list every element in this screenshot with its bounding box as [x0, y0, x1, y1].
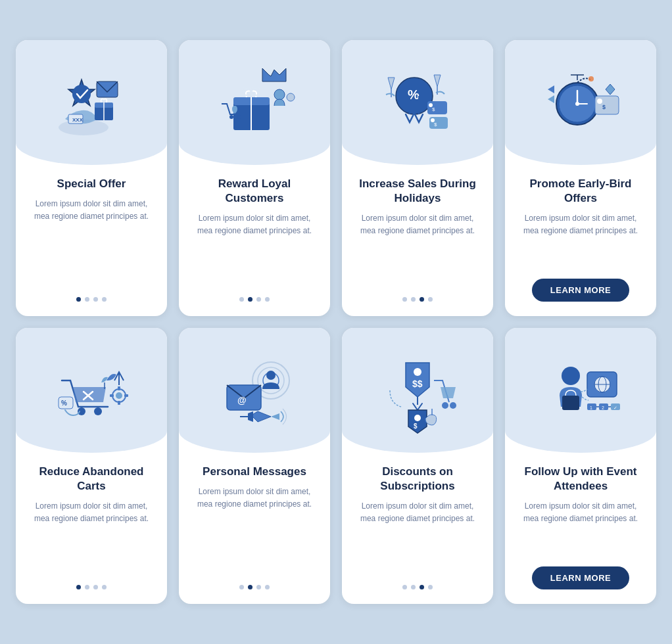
- dot-2: [85, 585, 89, 589]
- card-grid: XXX Special Offer Lorem ipsum dolor sit …: [16, 40, 656, 604]
- dots-abandoned-carts: [76, 585, 107, 589]
- svg-point-69: [442, 402, 448, 409]
- dot-3: [93, 585, 98, 589]
- svg-point-2: [72, 85, 91, 103]
- card-title-special-offer: Special Offer: [47, 177, 137, 191]
- svg-point-70: [450, 402, 456, 409]
- learn-more-button-follow-up[interactable]: LEARN MORE: [532, 566, 629, 589]
- card-body-early-bird: Lorem ipsum dolor sit dim amet, mea regi…: [505, 212, 656, 268]
- illustration-abandoned-carts: %: [16, 328, 167, 453]
- illustration-reward-loyal: [179, 40, 330, 165]
- dot-4: [102, 585, 107, 589]
- card-abandoned-carts: % Reduce Abandoned Carts Lorem ipsum dol…: [16, 328, 167, 604]
- svg-text:$: $: [432, 106, 435, 112]
- svg-marker-14: [262, 68, 286, 81]
- dots-increase-sales: [402, 297, 433, 302]
- dot-3: [420, 297, 424, 302]
- svg-rect-23: [427, 101, 447, 114]
- svg-text:%: %: [61, 400, 67, 407]
- svg-rect-3: [97, 81, 118, 97]
- dot-2: [248, 297, 252, 302]
- card-discounts-subscriptions: $$ $ Discounts on Subscriptions: [342, 328, 493, 604]
- dot-2: [411, 297, 416, 302]
- dot-1: [76, 585, 81, 589]
- card-title-increase-sales: Increase Sales During Holidays: [342, 177, 493, 206]
- svg-rect-39: [595, 96, 619, 114]
- svg-point-36: [588, 76, 594, 81]
- card-body-abandoned-carts: Lorem ipsum dolor sit dim amet, mea regi…: [16, 500, 167, 574]
- dots-discounts-subscriptions: [402, 585, 433, 589]
- dots-reward-loyal: [239, 297, 270, 302]
- svg-point-16: [287, 93, 295, 101]
- svg-rect-73: [562, 396, 579, 410]
- dots-special-offer: [76, 297, 107, 302]
- svg-point-64: [414, 368, 421, 376]
- dot-3: [256, 585, 261, 589]
- svg-text:2: 2: [602, 405, 604, 410]
- svg-text:$: $: [602, 104, 606, 110]
- dot-4: [428, 585, 433, 589]
- illustration-follow-up: 1 2 ✓: [505, 328, 656, 453]
- learn-more-button-early-bird[interactable]: LEARN MORE: [532, 279, 629, 302]
- card-body-increase-sales: Lorem ipsum dolor sit dim amet, mea regi…: [342, 212, 493, 287]
- card-increase-sales: % $ $: [342, 40, 493, 316]
- svg-point-40: [597, 99, 602, 104]
- card-body-discounts-subscriptions: Lorem ipsum dolor sit dim amet, mea regi…: [342, 500, 493, 574]
- dot-2: [85, 297, 89, 302]
- svg-text:1: 1: [590, 405, 592, 410]
- dot-1: [239, 585, 244, 589]
- card-title-discounts-subscriptions: Discounts on Subscriptions: [342, 465, 493, 494]
- svg-point-44: [94, 407, 102, 415]
- svg-rect-52: [110, 394, 114, 397]
- card-early-bird: $ Promote Early-Bird Offers Lorem ipsum …: [505, 40, 656, 316]
- dot-2: [411, 585, 416, 589]
- dot-4: [428, 297, 433, 302]
- card-body-reward-loyal: Lorem ipsum dolor sit dim amet, mea regi…: [179, 212, 330, 287]
- svg-point-60: [266, 371, 276, 380]
- illustration-special-offer: XXX: [16, 40, 167, 165]
- dot-1: [402, 585, 407, 589]
- card-reward-loyal: Reward Loyal Customers Lorem ipsum dolor…: [179, 40, 330, 316]
- svg-text:$: $: [434, 122, 437, 127]
- card-title-follow-up: Follow Up with Event Attendees: [505, 465, 656, 494]
- svg-rect-51: [118, 401, 120, 405]
- illustration-early-bird: $: [505, 40, 656, 165]
- svg-rect-50: [118, 386, 120, 390]
- card-title-abandoned-carts: Reduce Abandoned Carts: [16, 465, 167, 494]
- card-body-special-offer: Lorem ipsum dolor sit dim amet, mea regi…: [16, 198, 167, 287]
- dot-4: [265, 297, 270, 302]
- illustration-personal-messages: @: [179, 328, 330, 453]
- svg-text:$$: $$: [412, 379, 423, 389]
- illustration-increase-sales: % $ $: [342, 40, 493, 165]
- card-body-personal-messages: Lorem ipsum dolor sit dim amet, mea regi…: [179, 486, 330, 574]
- dot-1: [402, 297, 407, 302]
- svg-marker-42: [606, 84, 615, 95]
- dot-2: [248, 585, 252, 589]
- illustration-discounts-subscriptions: $$ $: [342, 328, 493, 453]
- card-body-follow-up: Lorem ipsum dolor sit dim amet, mea regi…: [505, 500, 656, 556]
- svg-point-49: [116, 392, 122, 399]
- svg-point-67: [414, 415, 421, 421]
- dot-3: [256, 297, 261, 302]
- svg-text:@: @: [237, 395, 247, 405]
- dot-3: [93, 297, 98, 302]
- svg-point-17: [229, 115, 233, 119]
- svg-text:XXX: XXX: [72, 117, 84, 123]
- svg-point-35: [575, 102, 579, 106]
- svg-point-43: [78, 407, 85, 415]
- card-title-early-bird: Promote Early-Bird Offers: [505, 177, 656, 206]
- svg-rect-53: [124, 394, 128, 397]
- svg-point-15: [274, 89, 285, 100]
- dot-3: [420, 585, 424, 589]
- card-personal-messages: @ Personal Messages Lorem ipsum dolor si…: [179, 328, 330, 604]
- svg-text:✓: ✓: [613, 405, 617, 410]
- svg-point-72: [562, 367, 580, 385]
- dot-4: [265, 585, 270, 589]
- card-follow-up: 1 2 ✓ Follow Up with Event Attendees Lor…: [505, 328, 656, 604]
- dots-personal-messages: [239, 585, 270, 589]
- svg-text:$: $: [414, 423, 418, 430]
- card-title-reward-loyal: Reward Loyal Customers: [179, 177, 330, 206]
- card-special-offer: XXX Special Offer Lorem ipsum dolor sit …: [16, 40, 167, 316]
- dot-1: [76, 297, 81, 302]
- svg-point-18: [237, 115, 241, 119]
